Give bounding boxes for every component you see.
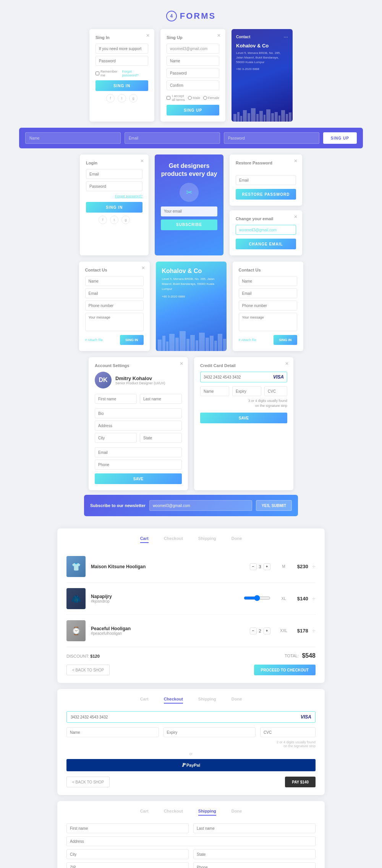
signup-close[interactable]: ✕ xyxy=(217,33,221,38)
contact-left-phone-input[interactable] xyxy=(85,301,144,310)
payment-card-number-input[interactable] xyxy=(71,715,301,719)
payment-expiry-input[interactable] xyxy=(163,727,256,737)
signup-password-input[interactable] xyxy=(167,68,219,78)
account-city-input[interactable] xyxy=(95,433,137,443)
signup-confirm-input[interactable] xyxy=(167,80,219,90)
change-email-input[interactable] xyxy=(236,225,296,235)
login-password-input[interactable] xyxy=(86,181,142,191)
cc-number-input[interactable] xyxy=(204,375,273,379)
account-bio-input[interactable] xyxy=(95,408,182,418)
contact-left-message-input[interactable] xyxy=(85,313,144,331)
login-button[interactable]: SING IN xyxy=(86,202,142,213)
signin-close[interactable]: ✕ xyxy=(146,33,150,38)
login-email-input[interactable] xyxy=(86,169,142,179)
twitter-btn[interactable]: t xyxy=(118,94,126,102)
contact-left-close[interactable]: ✕ xyxy=(141,265,145,271)
remember-me-label[interactable]: Remember me xyxy=(96,70,122,77)
cc-save-button[interactable]: SAVE xyxy=(200,413,287,423)
paypal-button[interactable]: 𝐏 PayPal xyxy=(66,759,316,771)
signup-email-input[interactable] xyxy=(167,44,219,54)
qty-3-decrease[interactable]: − xyxy=(250,627,257,634)
payment-cvc-input[interactable] xyxy=(260,727,316,737)
proceed-checkout-button[interactable]: PROCEED TO CHECKOUT xyxy=(254,665,316,675)
wide-email-input[interactable] xyxy=(125,132,220,144)
qty-3-increase[interactable]: + xyxy=(264,627,270,634)
qty-2-slider[interactable] xyxy=(244,595,270,601)
payment-step-cart[interactable]: Cart xyxy=(140,697,149,704)
contact-right-phone-input[interactable] xyxy=(239,301,297,310)
restore-button[interactable]: RESTORE PASSWORD xyxy=(236,189,296,200)
facebook-btn[interactable]: f xyxy=(106,94,115,102)
login-google-btn[interactable]: g xyxy=(121,216,130,224)
shipping-step-checkout[interactable]: Checkout xyxy=(164,809,183,816)
terms-checkbox[interactable] xyxy=(167,96,170,100)
shipping-first-name-input[interactable] xyxy=(66,823,189,833)
female-radio[interactable] xyxy=(203,96,207,100)
account-first-name-input[interactable] xyxy=(95,394,137,404)
restore-email-input[interactable] xyxy=(236,175,296,185)
step-shipping[interactable]: Shipping xyxy=(198,536,216,543)
payment-name-input[interactable] xyxy=(66,727,159,737)
cc-cvc-input[interactable] xyxy=(264,386,287,396)
login-forgot-link[interactable]: Forgot password? xyxy=(86,194,142,198)
item-2-remove[interactable]: + xyxy=(312,595,316,602)
shipping-zip-input[interactable] xyxy=(66,862,189,868)
contact-left-email-input[interactable] xyxy=(85,288,144,298)
payment-pay-button[interactable]: PAY $140 xyxy=(285,777,316,787)
male-radio[interactable] xyxy=(188,96,192,100)
newsletter-bar-submit-button[interactable]: YES, SUBMIT xyxy=(256,500,292,511)
contact-right-message-input[interactable] xyxy=(239,313,297,331)
contact-left-send-button[interactable]: SING IN xyxy=(120,335,144,345)
account-phone-input[interactable] xyxy=(95,460,182,470)
account-state-input[interactable] xyxy=(140,433,182,443)
wide-name-input[interactable] xyxy=(25,132,121,144)
login-facebook-btn[interactable]: f xyxy=(99,216,107,224)
payment-back-button[interactable]: < BACK TO SHOP xyxy=(66,777,110,787)
shipping-city-input[interactable] xyxy=(66,849,189,859)
google-btn[interactable]: g xyxy=(129,94,138,102)
contact-right-attach-link[interactable]: # Attach file xyxy=(239,338,257,342)
attach-file-link[interactable]: # Attach file xyxy=(85,338,103,342)
step-checkout[interactable]: Checkout xyxy=(164,536,183,543)
signup-button[interactable]: SING UP xyxy=(167,105,219,115)
male-label[interactable]: Male xyxy=(188,96,200,100)
newsletter-subscribe-button[interactable]: SUBSCRIBE xyxy=(161,219,217,230)
account-close[interactable]: ✕ xyxy=(180,361,183,366)
contact-left-name-input[interactable] xyxy=(85,276,144,286)
account-address-input[interactable] xyxy=(95,421,182,431)
credit-card-close[interactable]: ✕ xyxy=(285,361,289,366)
newsletter-bar-email-input[interactable] xyxy=(149,500,252,511)
qty-1-decrease[interactable]: − xyxy=(250,563,257,570)
login-close[interactable]: ✕ xyxy=(140,158,144,164)
login-twitter-btn[interactable]: t xyxy=(110,216,118,224)
account-save-button[interactable]: SAVE xyxy=(95,473,182,484)
wide-password-input[interactable] xyxy=(224,132,319,144)
contact-right-name-input[interactable] xyxy=(239,276,297,286)
payment-step-shipping[interactable]: Shipping xyxy=(198,697,216,704)
shipping-address-input[interactable] xyxy=(66,836,316,846)
cc-name-input[interactable] xyxy=(200,386,229,396)
shipping-state-input[interactable] xyxy=(193,849,316,859)
qty-1-increase[interactable]: + xyxy=(264,563,270,570)
item-1-remove[interactable]: + xyxy=(312,563,316,570)
contact-right-send-button[interactable]: SING IN xyxy=(274,335,297,345)
contact-right-email-input[interactable] xyxy=(239,288,297,298)
signin-password-input[interactable] xyxy=(96,56,148,66)
female-label[interactable]: Female xyxy=(203,96,219,100)
signin-button[interactable]: SING IN xyxy=(96,80,148,91)
back-to-shop-button[interactable]: < BACK TO SHOP xyxy=(66,665,110,675)
shipping-last-name-input[interactable] xyxy=(193,823,316,833)
item-3-remove[interactable]: + xyxy=(312,627,316,634)
cc-expiry-input[interactable] xyxy=(232,386,261,396)
restore-close[interactable]: ✕ xyxy=(294,158,298,164)
signin-email-input[interactable] xyxy=(96,44,148,54)
shipping-step-cart[interactable]: Cart xyxy=(140,809,149,816)
account-last-name-input[interactable] xyxy=(140,394,182,404)
account-email-input[interactable] xyxy=(95,447,182,457)
change-email-close[interactable]: ✕ xyxy=(294,214,298,219)
signup-name-input[interactable] xyxy=(167,56,219,66)
forgot-password-link[interactable]: Forgot password? xyxy=(122,70,148,77)
newsletter-email-input[interactable] xyxy=(161,206,217,216)
remember-me-checkbox[interactable] xyxy=(96,72,99,75)
wide-signup-button[interactable]: SING UP xyxy=(323,132,357,144)
